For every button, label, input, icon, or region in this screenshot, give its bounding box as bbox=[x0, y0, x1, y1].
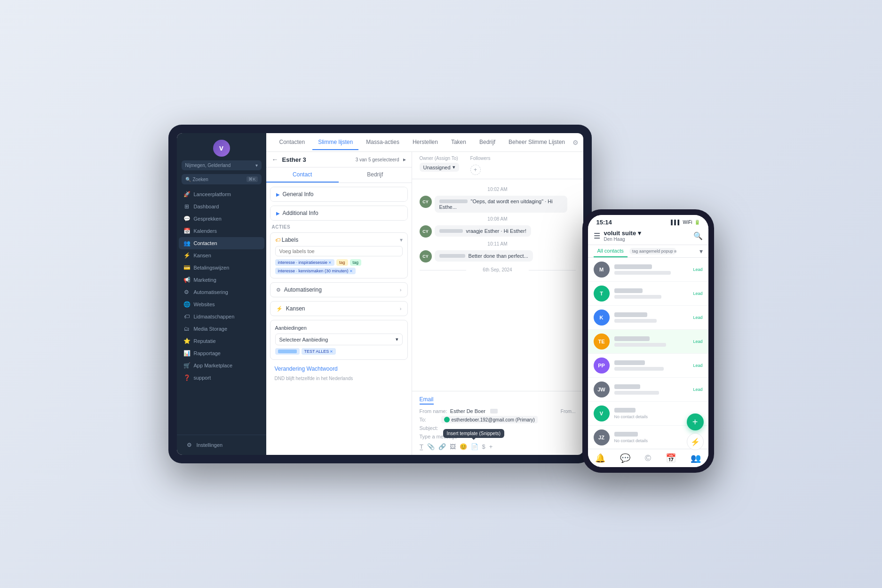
sidebar-item-lidmaatschappen[interactable]: 🏷 Lidmaatschappen bbox=[179, 310, 264, 323]
general-info-header[interactable]: ▶ General Info bbox=[270, 187, 407, 201]
sidebar-search[interactable]: 🔍 Zoeken ⌘K bbox=[182, 174, 262, 184]
sidebar-item-kalenders[interactable]: 📅 Kalenders bbox=[179, 225, 264, 237]
label-input[interactable] bbox=[275, 246, 403, 256]
settings-gear-icon[interactable]: ⚙ bbox=[572, 139, 579, 146]
msg-avatar-3: CY bbox=[420, 250, 432, 262]
link-icon[interactable]: 🔗 bbox=[438, 443, 446, 450]
tag-kennismaken: interesse · kennismaken (30 minuten) ✕ bbox=[275, 268, 356, 274]
lead-badge-M: Lead bbox=[693, 267, 702, 272]
tab-beheer-slimme-lijsten[interactable]: Beheer Slimme Lijsten bbox=[503, 135, 571, 150]
phone-contact-row-K[interactable]: K Lead bbox=[588, 306, 708, 330]
sidebar-item-media-storage[interactable]: 🗂 Media Storage bbox=[179, 323, 264, 335]
email-toolbar: T̲ 📎 🔗 🖼 😊 📄 $ + Insert template (Snippe… bbox=[420, 443, 576, 450]
nav-forward-icon[interactable]: ▸ bbox=[403, 156, 406, 163]
sidebar-item-automatisering[interactable]: ⚙ Automatisering bbox=[179, 286, 264, 298]
tag-green: tag bbox=[350, 259, 362, 266]
avatar-K: K bbox=[594, 310, 610, 326]
contacts-icon: 👥 bbox=[183, 240, 190, 246]
phone-app-name: voluit suite ▾ Den Haag bbox=[604, 230, 693, 242]
hamburger-icon[interactable]: ☰ bbox=[594, 231, 600, 240]
phone-nav-billing[interactable]: © bbox=[645, 453, 651, 463]
additional-info-header[interactable]: ▶ Additional Info bbox=[270, 206, 407, 220]
attachment-icon[interactable]: 📎 bbox=[427, 443, 435, 450]
sidebar-item-kansen[interactable]: ⚡ Kansen bbox=[179, 249, 264, 262]
sidebar-item-dashboard[interactable]: ⊞ Dashboard bbox=[179, 200, 264, 213]
emoji-icon[interactable]: 😊 bbox=[460, 443, 467, 450]
sidebar-item-marketing[interactable]: 📢 Marketing bbox=[179, 274, 264, 286]
acties-label: ACTIES bbox=[270, 224, 408, 230]
phone-contact-row-T[interactable]: T Lead bbox=[588, 282, 708, 306]
sidebar-item-websites[interactable]: 🌐 Websites bbox=[179, 298, 264, 310]
remove-alles-icon[interactable]: ✕ bbox=[330, 350, 333, 354]
doc-icon[interactable]: 📄 bbox=[471, 443, 478, 450]
tab-contact[interactable]: Contact bbox=[266, 167, 339, 183]
date-separator: 6th Sep, 2024 bbox=[420, 267, 576, 272]
sidebar-nav: 🚀 Lanceerplatform ⊞ Dashboard 💬 Gesprekk… bbox=[177, 188, 266, 435]
phone-header: ☰ voluit suite ▾ Den Haag 🔍 bbox=[588, 228, 708, 245]
email-from-field: From name: Esther De Boer From... bbox=[420, 408, 576, 414]
phone-nav-calendar[interactable]: 📅 bbox=[666, 453, 676, 463]
text-format-icon[interactable]: T̲ bbox=[420, 443, 423, 450]
sidebar-item-contacten[interactable]: 👥 Contacten bbox=[179, 237, 264, 249]
tab-contacten[interactable]: Contacten bbox=[274, 135, 311, 150]
sidebar-item-reputatie[interactable]: ⭐ Reputatie bbox=[179, 335, 264, 347]
tab-slimme-lijsten[interactable]: Slimme lijsten bbox=[312, 135, 358, 150]
phone-search-icon[interactable]: 🔍 bbox=[693, 231, 703, 240]
tab-herstellen[interactable]: Herstellen bbox=[407, 135, 444, 150]
aanb-tags: TEST ALLES ✕ bbox=[275, 348, 403, 355]
aanbiedingen-section: Aanbiedingen Selecteer Aanbieding ▾ bbox=[270, 320, 408, 360]
phone-filter-icon[interactable]: ▾ bbox=[699, 247, 703, 255]
email-tab[interactable]: Email bbox=[420, 396, 434, 405]
phone-fab-bolt[interactable]: ⚡ bbox=[687, 433, 704, 450]
image-icon[interactable]: 🖼 bbox=[450, 443, 456, 450]
back-arrow-icon[interactable]: ← bbox=[272, 156, 278, 163]
phone-tab-all-contacts[interactable]: All contacts bbox=[594, 245, 628, 257]
owner-dropdown[interactable]: Unassigned ▾ bbox=[420, 163, 459, 172]
additional-info-section: ▶ Additional Info bbox=[270, 206, 408, 221]
phone-bottom-nav: 🔔 💬 © 📅 👥 bbox=[588, 449, 708, 467]
dollar-icon[interactable]: $ bbox=[482, 443, 485, 450]
sidebar-item-gesprekken[interactable]: 💬 Gesprekken bbox=[179, 213, 264, 225]
phone-nav-contacts[interactable]: 👥 bbox=[691, 453, 701, 463]
message-row-2: CY vraagje Esther · Hi Esther! bbox=[420, 225, 576, 238]
avatar-JZ: JZ bbox=[594, 429, 610, 445]
sidebar-item-app-marketplace[interactable]: 🛒 App Marketplace bbox=[179, 359, 264, 372]
tab-bedrijf[interactable]: Bedrijf bbox=[474, 135, 501, 150]
sidebar-item-rapportage[interactable]: 📊 Rapportage bbox=[179, 347, 264, 359]
report-icon: 📊 bbox=[183, 350, 190, 357]
phone-contact-row-TE[interactable]: TE Lead bbox=[588, 330, 708, 354]
contact-name-K bbox=[614, 312, 647, 317]
sidebar-item-betalingswijzen[interactable]: 💳 Betalingswijzen bbox=[179, 262, 264, 274]
tab-bedrijf-sub[interactable]: Bedrijf bbox=[339, 167, 412, 183]
sidebar: v Nijmegen, Gelderland ▾ 🔍 Zoeken ⌘K 🚀 L… bbox=[177, 133, 266, 455]
phone-contact-row-PP[interactable]: PP Lead bbox=[588, 354, 708, 378]
labels-header[interactable]: 🏷 Labels ▾ bbox=[275, 237, 403, 243]
phone-contact-row-M[interactable]: M Lead bbox=[588, 258, 708, 282]
sidebar-item-instellingen[interactable]: ⚙ Instellingen bbox=[182, 439, 262, 451]
acties-section: ACTIES 🏷 Labels ▾ bbox=[270, 224, 408, 383]
phone-nav-notifications[interactable]: 🔔 bbox=[595, 453, 605, 463]
kansen-section[interactable]: ⚡ Kansen › bbox=[270, 301, 408, 316]
sidebar-logo: v bbox=[177, 133, 266, 160]
verandering-wachtwoord-link[interactable]: Verandering Wachtwoord bbox=[270, 364, 408, 374]
phone-contact-row-JW[interactable]: JW Lead bbox=[588, 378, 708, 402]
remove-tag2-icon[interactable]: ✕ bbox=[350, 269, 353, 273]
selecteer-aanbieding-dropdown[interactable]: Selecteer Aanbieding ▾ bbox=[275, 334, 403, 345]
sidebar-item-lanceerplatform[interactable]: 🚀 Lanceerplatform bbox=[179, 188, 264, 200]
sidebar-item-support[interactable]: ❓ support bbox=[179, 372, 264, 384]
main-content: Contacten Slimme lijsten Massa-acties He… bbox=[266, 133, 583, 455]
phone-status-bar: 15:14 ▌▌▌ WiFi 🔋 bbox=[588, 215, 708, 228]
msg-avatar-2: CY bbox=[420, 225, 432, 238]
phone-fab-add[interactable]: + bbox=[687, 413, 704, 430]
marketplace-icon: 🛒 bbox=[183, 362, 190, 369]
remove-tag-icon[interactable]: ✕ bbox=[328, 261, 332, 265]
plus-icon[interactable]: + bbox=[489, 443, 493, 450]
dropdown-chevron-icon: ▾ bbox=[396, 336, 398, 342]
sidebar-location: Nijmegen, Gelderland ▾ bbox=[182, 160, 262, 170]
add-follower-button[interactable]: + bbox=[470, 165, 481, 175]
automatisering-section[interactable]: ⚙ Automatisering › bbox=[270, 282, 408, 297]
tab-taken[interactable]: Taken bbox=[445, 135, 472, 150]
phone-nav-chat[interactable]: 💬 bbox=[620, 453, 630, 463]
email-to-field: To: estherdeboer.192@gmail.com (Primary) bbox=[420, 416, 576, 423]
tab-massa-acties[interactable]: Massa-acties bbox=[360, 135, 405, 150]
